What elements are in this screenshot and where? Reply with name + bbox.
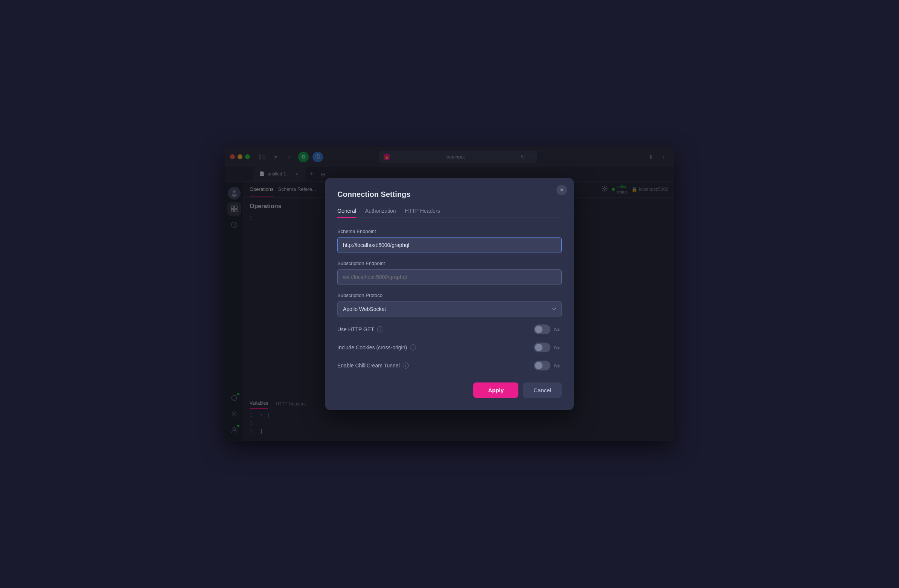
enable-chillicream-toggle[interactable] <box>534 361 550 370</box>
modal-close-button[interactable]: × <box>556 185 567 195</box>
subscription-protocol-label: Subscription Protocol <box>337 293 562 298</box>
enable-chillicream-value: No <box>554 363 562 369</box>
enable-chillicream-row: Enable ChilliCream Tunnel i No <box>337 361 562 370</box>
use-http-get-value: No <box>554 327 562 332</box>
schema-endpoint-label: Schema Endpoint <box>337 228 562 234</box>
modal-overlay: Connection Settings × General Authorizat… <box>225 147 674 441</box>
modal-tabs: General Authorization HTTP Headers <box>337 208 562 218</box>
include-cookies-toggle[interactable] <box>534 343 550 352</box>
use-http-get-row: Use HTTP GET i No <box>337 324 562 334</box>
browser-window: ▾ ‹ G ⓘ 🔥 localhost ↻ ⋯ ⬆ + 📄 untitled 1… <box>225 147 674 441</box>
schema-endpoint-group: Schema Endpoint <box>337 228 562 253</box>
subscription-endpoint-group: Subscription Endpoint <box>337 261 562 285</box>
modal-tab-general[interactable]: General <box>337 208 356 218</box>
use-http-get-toggle[interactable] <box>534 324 550 334</box>
cancel-button[interactable]: Cancel <box>523 383 562 398</box>
schema-endpoint-input[interactable] <box>337 237 562 253</box>
enable-chillicream-info-icon[interactable]: i <box>403 363 409 369</box>
include-cookies-info-icon[interactable]: i <box>410 344 416 350</box>
modal-tab-authorization[interactable]: Authorization <box>365 208 396 218</box>
include-cookies-row: Include Cookies (cross-origin) i No <box>337 343 562 352</box>
use-http-get-label: Use HTTP GET i <box>337 326 530 332</box>
subscription-endpoint-label: Subscription Endpoint <box>337 261 562 266</box>
apply-button[interactable]: Apply <box>473 383 518 398</box>
subscription-protocol-group: Subscription Protocol Apollo WebSocket G… <box>337 293 562 317</box>
modal-footer: Apply Cancel <box>337 383 562 398</box>
use-http-get-info-icon[interactable]: i <box>377 326 383 332</box>
subscription-protocol-select[interactable]: Apollo WebSocket GraphQL WS SSE <box>337 301 562 317</box>
subscription-endpoint-input[interactable] <box>337 269 562 285</box>
modal-title: Connection Settings <box>337 190 562 199</box>
modal-tab-http-headers[interactable]: HTTP Headers <box>405 208 440 218</box>
enable-chillicream-label: Enable ChilliCream Tunnel i <box>337 363 530 369</box>
include-cookies-label: Include Cookies (cross-origin) i <box>337 344 530 350</box>
include-cookies-value: No <box>554 345 562 350</box>
connection-settings-modal: Connection Settings × General Authorizat… <box>325 178 574 410</box>
